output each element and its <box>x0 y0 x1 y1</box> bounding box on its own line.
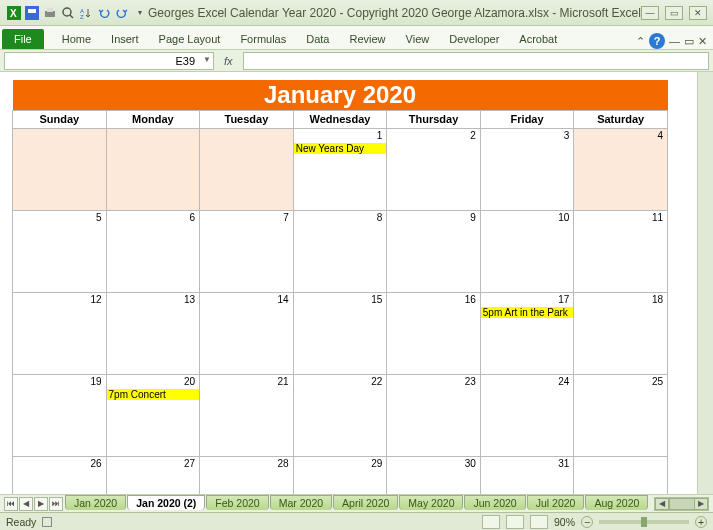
calendar-cell[interactable] <box>13 128 107 210</box>
minimize-button[interactable]: — <box>641 6 659 20</box>
calendar-cell[interactable]: 21 <box>200 374 294 456</box>
calendar-cell[interactable]: 15 <box>293 292 387 374</box>
calendar-cell[interactable] <box>106 128 200 210</box>
day-number: 25 <box>652 376 663 387</box>
calendar-cell[interactable]: 12 <box>13 292 107 374</box>
scroll-right-icon[interactable]: ▶ <box>694 498 708 510</box>
status-ready: Ready <box>6 516 36 528</box>
workbook-minimize-icon[interactable]: — <box>669 35 680 47</box>
workbook-close-icon[interactable]: ✕ <box>698 35 707 48</box>
window-title: Georges Excel Calendar Year 2020 - Copyr… <box>148 6 641 20</box>
calendar-cell[interactable]: 24 <box>480 374 574 456</box>
calendar-cell[interactable]: 23 <box>387 374 481 456</box>
zoom-slider[interactable] <box>599 520 689 524</box>
view-pagebreak-button[interactable] <box>530 515 548 529</box>
name-box[interactable]: E39 ▼ <box>4 52 214 70</box>
calendar-cell[interactable]: 27 <box>106 456 200 494</box>
tab-nav-first[interactable]: ⏮ <box>4 497 18 511</box>
workbook-restore-icon[interactable]: ▭ <box>684 35 694 48</box>
calendar-cell[interactable]: 25 <box>574 374 668 456</box>
redo-icon[interactable] <box>114 5 130 21</box>
help-icon[interactable]: ? <box>649 33 665 49</box>
day-number: 19 <box>90 376 101 387</box>
calendar-cell[interactable]: 6 <box>106 210 200 292</box>
calendar-cell[interactable]: 207pm Concert <box>106 374 200 456</box>
calendar-cell[interactable]: 26 <box>13 456 107 494</box>
ribbon-tab-acrobat[interactable]: Acrobat <box>509 29 567 49</box>
calendar-cell[interactable]: 5 <box>13 210 107 292</box>
zoom-out-button[interactable]: − <box>581 516 593 528</box>
calendar-cell[interactable] <box>574 456 668 494</box>
day-header: Monday <box>106 110 200 128</box>
zoom-level[interactable]: 90% <box>554 516 575 528</box>
sheet-tab[interactable]: Jun 2020 <box>464 495 525 510</box>
ribbon-tab-view[interactable]: View <box>396 29 440 49</box>
calendar-cell[interactable]: 29 <box>293 456 387 494</box>
window-controls: — ▭ ✕ <box>641 6 707 20</box>
sheet-tab[interactable]: Jul 2020 <box>527 495 585 510</box>
ribbon-minimize-icon[interactable]: ⌃ <box>636 35 645 48</box>
file-tab[interactable]: File <box>2 29 44 49</box>
close-button[interactable]: ✕ <box>689 6 707 20</box>
calendar-cell[interactable]: 175pm Art in the Park <box>480 292 574 374</box>
ribbon-tab-insert[interactable]: Insert <box>101 29 149 49</box>
maximize-button[interactable]: ▭ <box>665 6 683 20</box>
tab-nav-last[interactable]: ⏭ <box>49 497 63 511</box>
sheet-tab[interactable]: Jan 2020 (2) <box>127 495 205 510</box>
sort-icon[interactable]: AZ <box>78 5 94 21</box>
excel-icon: X <box>6 5 22 21</box>
view-normal-button[interactable] <box>482 515 500 529</box>
sheet-tab[interactable]: Feb 2020 <box>206 495 268 510</box>
sheet-tab[interactable]: Aug 2020 <box>585 495 648 510</box>
preview-icon[interactable] <box>60 5 76 21</box>
calendar-cell[interactable] <box>200 128 294 210</box>
ribbon-tab-review[interactable]: Review <box>339 29 395 49</box>
day-number: 31 <box>558 458 569 469</box>
calendar-cell[interactable]: 16 <box>387 292 481 374</box>
sheet-tab[interactable]: April 2020 <box>333 495 398 510</box>
calendar-cell[interactable]: 14 <box>200 292 294 374</box>
vertical-scrollbar[interactable] <box>697 72 713 494</box>
day-header: Tuesday <box>200 110 294 128</box>
calendar-cell[interactable]: 4 <box>574 128 668 210</box>
qat-dropdown-icon[interactable]: ▾ <box>132 5 148 21</box>
macro-record-icon[interactable] <box>42 517 52 527</box>
chevron-down-icon[interactable]: ▼ <box>203 55 211 64</box>
ribbon-tab-page-layout[interactable]: Page Layout <box>149 29 231 49</box>
undo-icon[interactable] <box>96 5 112 21</box>
ribbon-tab-formulas[interactable]: Formulas <box>230 29 296 49</box>
calendar-cell[interactable]: 8 <box>293 210 387 292</box>
calendar-cell[interactable]: 22 <box>293 374 387 456</box>
sheet-tab[interactable]: May 2020 <box>399 495 463 510</box>
calendar-cell[interactable]: 19 <box>13 374 107 456</box>
calendar-cell[interactable]: 30 <box>387 456 481 494</box>
print-icon[interactable] <box>42 5 58 21</box>
calendar-cell[interactable]: 9 <box>387 210 481 292</box>
calendar-cell[interactable]: 18 <box>574 292 668 374</box>
ribbon-tab-data[interactable]: Data <box>296 29 339 49</box>
formula-bar[interactable] <box>243 52 709 70</box>
calendar-cell[interactable]: 3 <box>480 128 574 210</box>
calendar-cell[interactable]: 28 <box>200 456 294 494</box>
calendar-cell[interactable]: 1New Years Day <box>293 128 387 210</box>
zoom-in-button[interactable]: + <box>695 516 707 528</box>
tab-nav-next[interactable]: ▶ <box>34 497 48 511</box>
scroll-left-icon[interactable]: ◀ <box>655 498 669 510</box>
calendar-cell[interactable]: 11 <box>574 210 668 292</box>
calendar-cell[interactable]: 10 <box>480 210 574 292</box>
horizontal-scrollbar[interactable]: ◀ ▶ <box>654 497 709 511</box>
day-number: 26 <box>90 458 101 469</box>
view-layout-button[interactable] <box>506 515 524 529</box>
calendar-cell[interactable]: 13 <box>106 292 200 374</box>
calendar-cell[interactable]: 7 <box>200 210 294 292</box>
sheet-tab[interactable]: Jan 2020 <box>65 495 126 510</box>
sheet-tab[interactable]: Mar 2020 <box>270 495 332 510</box>
ribbon-tab-developer[interactable]: Developer <box>439 29 509 49</box>
fx-label[interactable]: fx <box>218 55 239 67</box>
tab-nav-prev[interactable]: ◀ <box>19 497 33 511</box>
save-icon[interactable] <box>24 5 40 21</box>
calendar-cell[interactable]: 31 <box>480 456 574 494</box>
ribbon-tab-home[interactable]: Home <box>52 29 101 49</box>
calendar-cell[interactable]: 2 <box>387 128 481 210</box>
formula-bar-row: E39 ▼ fx <box>0 50 713 72</box>
